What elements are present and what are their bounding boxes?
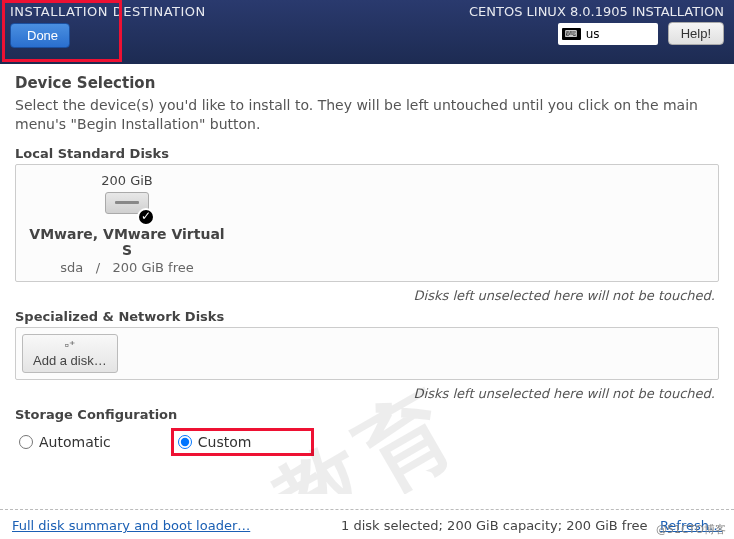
distro-label: CENTOS LINUX 8.0.1905 INSTALLATION <box>469 4 724 19</box>
keyboard-icon: ⌨ <box>562 28 581 40</box>
network-disks-note: Disks left unselected here will not be t… <box>19 386 715 401</box>
disk-size: 200 GiB <box>22 173 232 188</box>
disk-item[interactable]: 200 GiB VMware, VMware Virtual S sda / 2… <box>22 173 232 275</box>
local-disks-note: Disks left unselected here will not be t… <box>19 288 715 303</box>
disk-status: 1 disk selected; 200 GiB capacity; 200 G… <box>341 518 647 533</box>
disk-name: VMware, VMware Virtual S <box>22 226 232 258</box>
storage-config-row: Automatic Custom <box>15 428 719 456</box>
disk-meta: sda / 200 GiB free <box>22 260 232 275</box>
custom-radio-label: Custom <box>198 434 252 450</box>
storage-config-heading: Storage Configuration <box>15 407 719 422</box>
main-content: Device Selection Select the device(s) yo… <box>0 64 734 494</box>
automatic-radio-input[interactable] <box>19 435 33 449</box>
hard-disk-icon <box>105 192 149 220</box>
done-button[interactable]: Done <box>10 23 70 48</box>
add-disk-label: Add a disk… <box>33 353 107 368</box>
help-button[interactable]: Help! <box>668 22 724 45</box>
automatic-radio-label: Automatic <box>39 434 111 450</box>
top-bar: INSTALLATION DESTINATION Done CENTOS LIN… <box>0 0 734 64</box>
automatic-radio[interactable]: Automatic <box>19 434 111 450</box>
keyboard-layout-selector[interactable]: ⌨ us <box>558 23 658 45</box>
custom-radio-input[interactable] <box>178 435 192 449</box>
keyboard-layout-label: us <box>586 27 600 41</box>
add-disk-icon: ▫⁺ <box>65 339 75 351</box>
local-disks-box: 200 GiB VMware, VMware Virtual S sda / 2… <box>15 164 719 282</box>
check-icon <box>137 208 155 226</box>
page-title: INSTALLATION DESTINATION <box>10 4 206 19</box>
network-disks-box: ▫⁺ Add a disk… <box>15 327 719 380</box>
device-selection-description: Select the device(s) you'd like to insta… <box>15 96 719 134</box>
add-disk-button[interactable]: ▫⁺ Add a disk… <box>22 334 118 373</box>
credit-label: @51CTO博客 <box>656 522 726 537</box>
disk-summary-link[interactable]: Full disk summary and boot loader… <box>12 518 250 533</box>
network-disks-heading: Specialized & Network Disks <box>15 309 719 324</box>
custom-radio[interactable]: Custom <box>171 428 315 456</box>
device-selection-heading: Device Selection <box>15 74 719 92</box>
bottom-bar: Full disk summary and boot loader… 1 dis… <box>0 509 734 539</box>
local-disks-heading: Local Standard Disks <box>15 146 719 161</box>
